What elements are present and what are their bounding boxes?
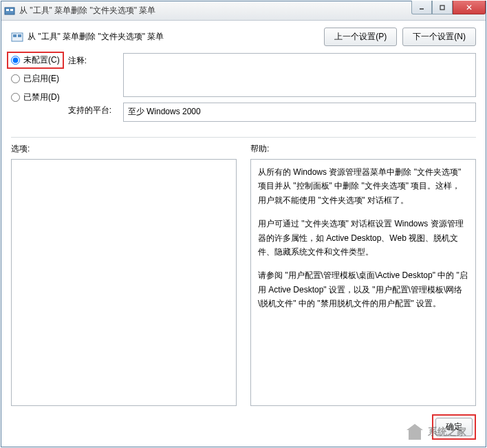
radio-disabled[interactable]: 已禁用(D) (11, 92, 60, 103)
footer: 确定 (11, 406, 476, 440)
platform-value: 至少 Windows 2000 (123, 103, 476, 122)
next-setting-button[interactable]: 下一个设置(N) (402, 28, 476, 46)
radio-not-configured-input[interactable] (11, 56, 20, 65)
divider (11, 137, 476, 138)
svg-rect-1 (6, 9, 9, 11)
help-paragraph: 从所有的 Windows 资源管理器菜单中删除 "文件夹选项" 项目并从 "控制… (258, 165, 468, 207)
ok-button[interactable]: 确定 (435, 418, 473, 436)
help-label: 帮助: (250, 143, 476, 155)
state-radio-group: 未配置(C) 已启用(E) 已禁用(D) (11, 53, 60, 103)
radio-disabled-input[interactable] (11, 93, 20, 102)
titlebar[interactable]: 从 "工具" 菜单删除 "文件夹选项" 菜单 ✕ (1, 1, 486, 21)
policy-icon (11, 31, 23, 43)
help-paragraph: 用户可通过 "文件夹选项" 对话框设置 Windows 资源管理器的许多属性，如… (258, 217, 468, 259)
policy-title: 从 "工具" 菜单删除 "文件夹选项" 菜单 (28, 31, 164, 43)
help-paragraph: 请参阅 "用户配置\管理模板\桌面\Active Desktop" 中的 "启用… (258, 268, 468, 310)
svg-rect-7 (18, 34, 21, 37)
comment-textarea[interactable] (123, 53, 476, 97)
window-controls: ✕ (411, 1, 486, 14)
radio-not-configured[interactable]: 未配置(C) (7, 52, 64, 69)
svg-rect-6 (13, 34, 17, 37)
help-panel[interactable]: 从所有的 Windows 资源管理器菜单中删除 "文件夹选项" 项目并从 "控制… (250, 159, 476, 406)
minimize-button[interactable] (411, 1, 432, 14)
radio-not-configured-label: 未配置(C) (23, 54, 60, 66)
radio-enabled[interactable]: 已启用(E) (11, 73, 60, 85)
svg-rect-4 (440, 6, 444, 10)
dialog-content: 从 "工具" 菜单删除 "文件夹选项" 菜单 上一个设置(P) 下一个设置(N)… (1, 21, 486, 447)
platform-label: 支持的平台: (68, 103, 118, 116)
maximize-button[interactable] (432, 1, 453, 14)
radio-disabled-label: 已禁用(D) (23, 92, 60, 103)
svg-rect-2 (10, 9, 13, 11)
options-label: 选项: (11, 143, 237, 155)
dialog-window: 从 "工具" 菜单删除 "文件夹选项" 菜单 ✕ 从 "工具" 菜单删除 "文件… (1, 1, 486, 447)
comment-label: 注释: (68, 53, 118, 67)
header-row: 从 "工具" 菜单删除 "文件夹选项" 菜单 上一个设置(P) 下一个设置(N) (11, 28, 476, 46)
app-icon (4, 6, 15, 17)
options-panel[interactable] (11, 159, 237, 406)
radio-enabled-input[interactable] (11, 74, 20, 83)
prev-setting-button[interactable]: 上一个设置(P) (324, 28, 397, 46)
radio-enabled-label: 已启用(E) (23, 73, 59, 85)
close-button[interactable]: ✕ (453, 1, 486, 14)
